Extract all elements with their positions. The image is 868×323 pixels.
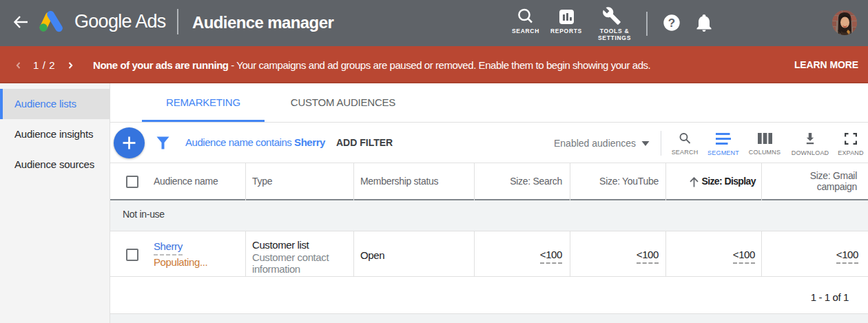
svg-text:?: ?	[668, 17, 675, 30]
